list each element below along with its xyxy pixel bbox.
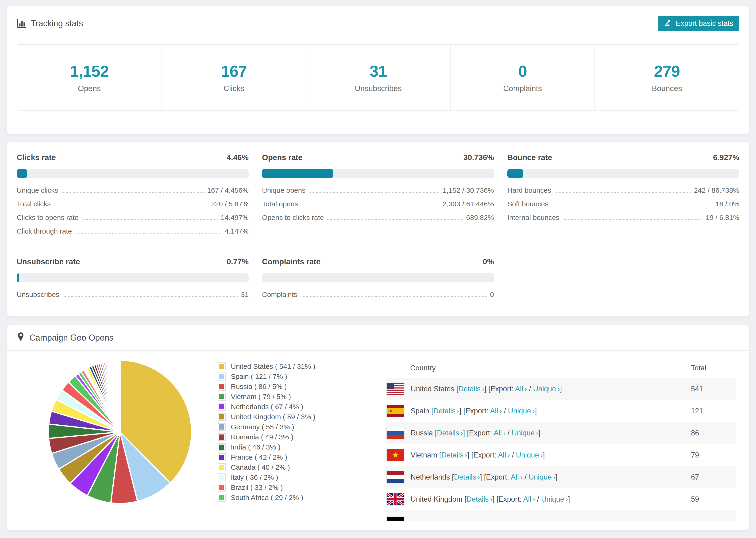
details-link[interactable]: Details› — [466, 495, 493, 503]
details-link[interactable]: Details› — [458, 385, 484, 393]
table-row — [386, 510, 735, 521]
country-name: United States — [411, 385, 457, 393]
rate-row-value: 2,303 / 61.446% — [443, 200, 494, 208]
dotted-leader — [54, 206, 208, 206]
progress-bar — [507, 169, 739, 178]
country-cell: Vietnam [Details›] [Export: All› / Uniqu… — [411, 451, 691, 459]
rate-value: 6.927% — [713, 153, 739, 162]
summary-stats-box: 1,152Opens167Clicks31Unsubscribes0Compla… — [17, 44, 739, 111]
export-all-link[interactable]: All› — [498, 451, 510, 459]
rate-rows: Complaints0 — [262, 291, 494, 304]
rate-header: Clicks rate4.46% — [17, 153, 249, 162]
legend-swatch — [218, 362, 226, 370]
row-total: 79 — [691, 451, 735, 459]
map-pin-icon — [17, 332, 25, 344]
rate-row-label: Opens to clicks rate — [262, 214, 324, 222]
table-row: Spain [Details›] [Export: All› / Unique›… — [386, 400, 735, 422]
legend-swatch — [218, 453, 226, 461]
stat-value: 31 — [369, 62, 387, 80]
row-total: 121 — [691, 407, 735, 415]
rate-title: Unsubscribe rate — [17, 257, 80, 266]
legend-item: Spain ( 121 / 7% ) — [218, 372, 349, 381]
stat-label: Opens — [78, 84, 101, 93]
legend-item: South Africa ( 29 / 2% ) — [218, 494, 349, 502]
legend-item: Canada ( 40 / 2% ) — [218, 463, 349, 471]
geo-title: Campaign Geo Opens — [29, 333, 113, 343]
row-total: 59 — [691, 495, 735, 504]
progress-fill — [17, 169, 27, 178]
rate-row-value: 31 — [241, 291, 249, 298]
stat-label: Unsubscribes — [355, 84, 402, 93]
legend-item: India ( 46 / 3% ) — [218, 443, 349, 451]
export-unique-link[interactable]: Unique› — [516, 451, 543, 459]
export-unique-link[interactable]: Unique› — [541, 495, 568, 503]
stat-label: Clicks — [224, 84, 244, 93]
rate-row-label: Internal bounces — [507, 214, 560, 222]
export-all-link[interactable]: All› — [511, 473, 522, 481]
rate-row-label: Total opens — [262, 200, 298, 208]
rate-row-value: 220 / 5.87% — [211, 200, 249, 208]
export-unique-link[interactable]: Unique› — [528, 473, 555, 481]
rates-grid: Clicks rate4.46%Unique clicks167 / 4.456… — [17, 153, 739, 304]
export-unique-link[interactable]: Unique› — [512, 429, 538, 437]
table-row: United States [Details›] [Export: All› /… — [386, 378, 735, 400]
bracket-text: ] [Export: — [493, 495, 523, 503]
bracket-text: ] — [560, 385, 562, 393]
bracket-text: [ — [464, 495, 466, 503]
rate-title: Opens rate — [262, 153, 302, 162]
export-unique-link[interactable]: Unique› — [533, 385, 560, 393]
rate-row-label: Unsubscribes — [17, 291, 59, 298]
details-link[interactable]: Details› — [454, 473, 480, 481]
rate-row-label: Clicks to opens rate — [17, 214, 79, 222]
country-name: Russia — [411, 429, 435, 437]
rate-row: Hard bounces242 / 86.738% — [507, 187, 739, 200]
legend-item: France ( 42 / 2% ) — [218, 453, 349, 461]
rate-row-value: 4.147% — [225, 227, 249, 235]
tracking-stats-header: Tracking stats Export basic stats — [17, 16, 739, 31]
rate-header: Opens rate30.736% — [262, 153, 494, 162]
rates-card: Clicks rate4.46%Unique clicks167 / 4.456… — [7, 141, 749, 317]
legend-label: Spain ( 121 / 7% ) — [231, 372, 287, 381]
legend-label: Romania ( 49 / 3% ) — [231, 433, 294, 441]
progress-bar — [17, 169, 249, 178]
legend-item: Italy ( 36 / 2% ) — [218, 473, 349, 481]
rate-row: Unique opens1,152 / 30.736% — [262, 187, 494, 200]
bar-chart-icon — [17, 19, 27, 28]
export-all-link[interactable]: All› — [515, 385, 527, 393]
rate-row-value: 689.82% — [466, 214, 494, 222]
dotted-leader — [300, 296, 487, 297]
rate-row: Internal bounces19 / 6.81% — [507, 214, 739, 227]
stat-label: Complaints — [503, 84, 542, 93]
progress-fill — [507, 169, 523, 178]
details-link[interactable]: Details› — [441, 451, 467, 459]
flag-gb-icon — [387, 493, 404, 505]
flag-nl-icon — [387, 471, 404, 483]
geo-pie-chart — [47, 359, 193, 505]
export-all-link[interactable]: All› — [494, 429, 506, 437]
rate-block: Bounce rate6.927%Hard bounces242 / 86.73… — [507, 153, 739, 241]
bracket-text: ] — [535, 407, 537, 415]
flag-de-icon — [387, 517, 404, 521]
export-basic-stats-button[interactable]: Export basic stats — [658, 16, 739, 31]
details-link[interactable]: Details› — [437, 429, 463, 437]
stat-card: 31Unsubscribes — [306, 45, 450, 110]
progress-bar — [262, 273, 494, 282]
dotted-leader — [301, 206, 439, 206]
country-name: Vietnam — [411, 451, 439, 459]
total-column-header: Total — [691, 364, 735, 372]
table-row: Vietnam [Details›] [Export: All› / Uniqu… — [386, 444, 735, 466]
row-total: 86 — [691, 429, 735, 437]
export-all-link[interactable]: All› — [490, 407, 502, 415]
rate-row: Unique clicks167 / 4.456% — [17, 187, 249, 200]
rate-row-value: 14.497% — [221, 214, 249, 222]
export-unique-link[interactable]: Unique› — [508, 407, 535, 415]
rate-block: Opens rate30.736%Unique opens1,152 / 30.… — [262, 153, 494, 241]
bracket-text: ] — [568, 495, 570, 503]
details-link[interactable]: Details› — [433, 407, 459, 415]
stat-value: 1,152 — [70, 62, 109, 80]
export-all-link[interactable]: All› — [523, 495, 535, 503]
dotted-leader — [75, 233, 221, 234]
bracket-text: [ — [431, 407, 433, 415]
rate-row-label: Unique clicks — [17, 187, 58, 194]
rate-header: Complaints rate0% — [262, 257, 494, 267]
